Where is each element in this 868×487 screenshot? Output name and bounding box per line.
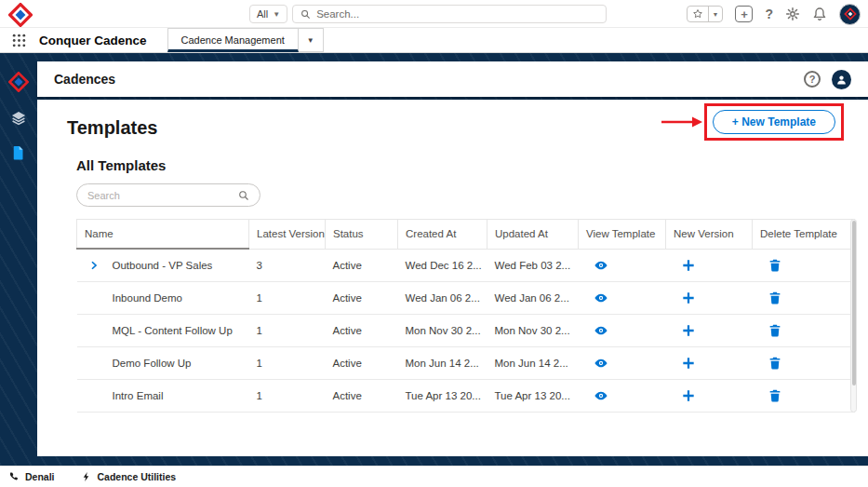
- chevron-down-icon[interactable]: ▼: [708, 7, 723, 21]
- new-version-button[interactable]: [681, 291, 696, 305]
- scrollbar-thumb[interactable]: [852, 221, 857, 386]
- layers-icon[interactable]: [10, 110, 27, 127]
- search-scope-dropdown[interactable]: All ▼: [249, 5, 287, 23]
- view-template-button[interactable]: [594, 356, 608, 371]
- user-avatar[interactable]: [832, 70, 851, 89]
- template-name: MQL - Content Follow Up: [113, 325, 233, 336]
- template-name-cell: Intro Email: [77, 379, 249, 412]
- updated-at-cell: Mon Jun 14 2...: [487, 346, 579, 379]
- column-header-latest-version[interactable]: Latest Version: [249, 220, 326, 250]
- utility-denali[interactable]: Denali: [8, 471, 55, 482]
- template-name-cell: Demo Follow Up: [77, 346, 249, 379]
- sidebar-conquer-logo-icon[interactable]: [8, 72, 29, 92]
- updated-at-cell: Wed Jan 06 2...: [487, 281, 579, 314]
- search-scope-label: All: [257, 8, 268, 20]
- template-search-box[interactable]: [76, 183, 260, 207]
- delete-template-button[interactable]: [768, 356, 782, 371]
- global-search-input[interactable]: [316, 8, 598, 20]
- plus-icon: [681, 291, 696, 305]
- app-nav-bar: Conquer Cadence Cadence Management ▼: [0, 28, 868, 53]
- favorites-button[interactable]: ▼: [687, 6, 724, 22]
- tab-label: Cadence Management: [181, 34, 285, 46]
- list-title: All Templates: [76, 157, 855, 173]
- column-header-status[interactable]: Status: [326, 220, 398, 250]
- annotation-box: + New Template: [704, 103, 844, 141]
- status-cell: Active: [326, 281, 398, 314]
- view-template-button-cell: [579, 314, 666, 346]
- eye-icon: [594, 356, 608, 371]
- user-avatar[interactable]: [839, 4, 861, 25]
- trash-icon: [768, 258, 782, 273]
- eye-icon: [594, 258, 608, 273]
- view-template-button[interactable]: [594, 323, 608, 338]
- global-header: All ▼ ▼ + ?: [0, 0, 868, 28]
- created-at-cell: Wed Dec 16 2...: [398, 249, 487, 281]
- template-search-input[interactable]: [87, 190, 233, 201]
- bell-icon[interactable]: [812, 7, 827, 21]
- table-row: Demo Follow Up1ActiveMon Jun 14 2...Mon …: [77, 346, 855, 379]
- template-name: Demo Follow Up: [113, 358, 192, 369]
- eye-icon: [594, 291, 608, 305]
- column-header-new-version[interactable]: New Version: [666, 220, 753, 250]
- trash-icon: [768, 291, 782, 305]
- templates-table-wrap: NameLatest VersionStatusCreated AtUpdate…: [76, 219, 846, 413]
- screen: All ▼ ▼ + ?: [0, 0, 868, 487]
- new-version-button[interactable]: [681, 258, 696, 273]
- view-template-button[interactable]: [594, 291, 608, 305]
- trash-icon: [768, 388, 782, 403]
- latest-version-cell: 1: [249, 346, 326, 379]
- page-header: Cadences ?: [37, 61, 868, 97]
- templates-doc-icon[interactable]: [10, 144, 27, 161]
- utility-cadence-utilities[interactable]: Cadence Utilities: [81, 471, 177, 482]
- new-version-button[interactable]: [681, 323, 696, 338]
- delete-template-button-cell: [753, 379, 855, 412]
- template-name: Inbound Demo: [113, 292, 182, 304]
- templates-card: Templates + New Template All Templates: [37, 100, 868, 456]
- page-header-actions: ?: [804, 70, 851, 89]
- global-add-button[interactable]: +: [735, 6, 753, 22]
- template-name-cell: Inbound Demo: [77, 281, 249, 314]
- plus-icon: [681, 258, 696, 273]
- view-template-button-cell: [579, 281, 666, 314]
- expand-row-chevron-icon[interactable]: [88, 260, 100, 271]
- delete-template-button[interactable]: [768, 388, 782, 403]
- app-launcher-icon[interactable]: [11, 33, 27, 48]
- content-column: Cadences ? Templates + New Templa: [37, 53, 868, 466]
- delete-template-button-cell: [753, 249, 855, 281]
- view-template-button[interactable]: [594, 388, 608, 403]
- help-icon[interactable]: ?: [765, 7, 773, 21]
- tab-cadence-management[interactable]: Cadence Management: [167, 28, 299, 52]
- trash-icon: [768, 323, 782, 338]
- new-version-button[interactable]: [681, 356, 696, 371]
- latest-version-cell: 3: [249, 249, 326, 281]
- view-template-button[interactable]: [594, 258, 608, 273]
- utility-bar: Denali Cadence Utilities: [0, 466, 868, 487]
- table-scrollbar[interactable]: [850, 219, 857, 413]
- conquer-logo-icon[interactable]: [8, 3, 33, 25]
- delete-template-button[interactable]: [768, 291, 782, 305]
- delete-template-button[interactable]: [768, 258, 782, 273]
- gear-icon[interactable]: [785, 7, 800, 21]
- delete-template-button[interactable]: [768, 323, 782, 338]
- template-name: Outbound - VP Sales: [113, 260, 213, 271]
- new-template-button[interactable]: + New Template: [713, 110, 835, 134]
- global-search-box[interactable]: [292, 5, 607, 23]
- status-cell: Active: [326, 314, 398, 346]
- help-icon[interactable]: ?: [804, 71, 821, 88]
- table-row: MQL - Content Follow Up1ActiveMon Nov 30…: [77, 314, 855, 346]
- table-row: Inbound Demo1ActiveWed Jan 06 2...Wed Ja…: [77, 281, 855, 314]
- plus-icon: +: [741, 8, 748, 20]
- created-at-cell: Mon Jun 14 2...: [398, 346, 487, 379]
- column-header-view-template[interactable]: View Template: [579, 220, 666, 250]
- new-version-button[interactable]: [681, 388, 696, 403]
- phone-icon: [8, 471, 20, 482]
- column-header-name[interactable]: Name: [77, 220, 249, 250]
- trash-icon: [768, 356, 782, 371]
- column-header-delete-template[interactable]: Delete Template: [753, 220, 855, 250]
- tab-dropdown-button[interactable]: ▼: [299, 28, 324, 52]
- column-header-updated-at[interactable]: Updated At: [487, 220, 579, 250]
- chevron-down-icon: ▼: [307, 36, 314, 45]
- eye-icon: [594, 388, 608, 403]
- table-row: Outbound - VP Sales3ActiveWed Dec 16 2..…: [77, 249, 855, 281]
- column-header-created-at[interactable]: Created At: [398, 220, 487, 250]
